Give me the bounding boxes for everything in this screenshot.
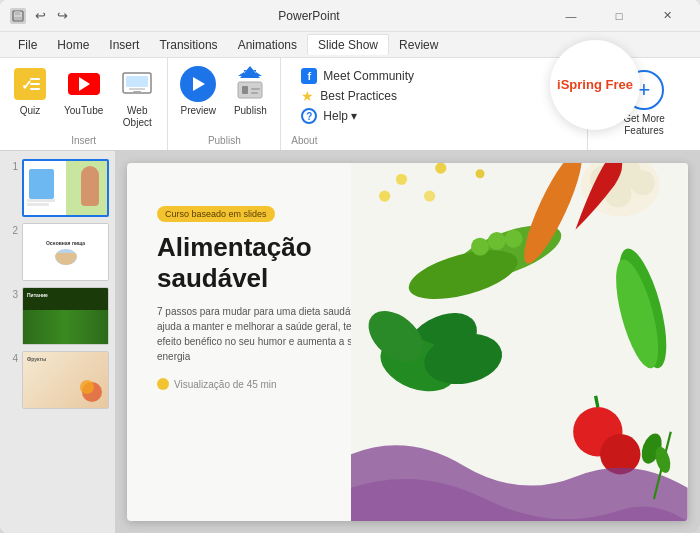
insert-section-content: ✓ Quiz bbox=[6, 62, 161, 133]
svg-marker-17 bbox=[240, 66, 260, 78]
star-icon: ★ bbox=[301, 88, 314, 104]
slide-canvas[interactable]: Curso baseado em slides Alimentação saud… bbox=[127, 163, 688, 521]
webobject-icon bbox=[119, 66, 155, 102]
slide-mini-4: Фрукты bbox=[23, 352, 108, 408]
slide-badge: Curso baseado em slides bbox=[157, 206, 275, 222]
publish-section-label: Publish bbox=[174, 133, 274, 150]
mini-person-icon bbox=[81, 166, 99, 206]
menu-slideshow[interactable]: Slide Show bbox=[307, 34, 389, 55]
insert-section: ✓ Quiz bbox=[0, 58, 168, 150]
main-content: 1 2 bbox=[0, 151, 700, 533]
minimize-button[interactable]: — bbox=[548, 0, 594, 32]
slide-mini-3: Питание bbox=[23, 288, 108, 344]
slide-num-1: 1 bbox=[6, 161, 18, 172]
youtube-icon bbox=[66, 66, 102, 102]
slide-thumb-3[interactable]: 3 Питание bbox=[6, 287, 109, 345]
svg-rect-7 bbox=[30, 88, 40, 90]
publish-label: Publish bbox=[234, 105, 267, 117]
menu-insert[interactable]: Insert bbox=[99, 35, 149, 55]
publish-icon bbox=[232, 66, 268, 102]
insert-section-label: Insert bbox=[6, 133, 161, 150]
vegetables-illustration bbox=[351, 163, 688, 521]
webobject-label: WebObject bbox=[123, 105, 152, 129]
quiz-button[interactable]: ✓ Quiz bbox=[6, 62, 54, 121]
svg-rect-5 bbox=[30, 78, 40, 80]
svg-rect-1 bbox=[15, 11, 20, 15]
menu-animations[interactable]: Animations bbox=[228, 35, 307, 55]
best-practices-button[interactable]: ★ Best Practices bbox=[295, 86, 573, 106]
slide-panel: 1 2 bbox=[0, 151, 115, 533]
svg-point-20 bbox=[436, 163, 447, 174]
mini-book-icon bbox=[29, 169, 54, 199]
slide-img-2[interactable]: Основная пища bbox=[22, 223, 109, 281]
slide-num-2: 2 bbox=[6, 225, 18, 236]
svg-point-23 bbox=[379, 191, 390, 202]
slide-thumb-1[interactable]: 1 bbox=[6, 159, 109, 217]
quiz-icon: ✓ bbox=[12, 66, 48, 102]
about-section: f Meet Community ★ Best Practices ? Help… bbox=[285, 62, 583, 133]
publish-section: Preview Publish bbox=[168, 58, 281, 150]
menu-home[interactable]: Home bbox=[47, 35, 99, 55]
app-window: ↩ ↪ PowerPoint — □ ✕ File Home Insert Tr… bbox=[0, 0, 700, 533]
svg-point-24 bbox=[476, 169, 485, 178]
svg-point-21 bbox=[396, 174, 407, 185]
preview-icon bbox=[180, 66, 216, 102]
help-icon: ? bbox=[301, 108, 317, 124]
publish-section-content: Preview Publish bbox=[174, 62, 274, 133]
slide-mini-1 bbox=[24, 161, 107, 215]
slide-num-3: 3 bbox=[6, 289, 18, 300]
window-title: PowerPoint bbox=[70, 9, 548, 23]
slide-num-4: 4 bbox=[6, 353, 18, 364]
svg-point-30 bbox=[505, 230, 523, 248]
svg-rect-6 bbox=[30, 83, 40, 85]
best-practices-label: Best Practices bbox=[320, 89, 397, 103]
publish-button[interactable]: Publish bbox=[226, 62, 274, 121]
redo-icon[interactable]: ↪ bbox=[54, 8, 70, 24]
slide-thumb-4[interactable]: 4 Фрукты bbox=[6, 351, 109, 409]
close-button[interactable]: ✕ bbox=[644, 0, 690, 32]
svg-rect-2 bbox=[14, 17, 22, 20]
ispring-badge[interactable]: iSpring Free bbox=[550, 40, 640, 130]
svg-rect-9 bbox=[126, 76, 148, 87]
svg-marker-12 bbox=[193, 77, 205, 91]
svg-line-40 bbox=[596, 396, 598, 407]
youtube-button[interactable]: YouTube bbox=[58, 62, 109, 121]
title-bar: ↩ ↪ PowerPoint — □ ✕ bbox=[0, 0, 700, 32]
maximize-button[interactable]: □ bbox=[596, 0, 642, 32]
svg-point-46 bbox=[631, 170, 656, 195]
preview-label: Preview bbox=[181, 105, 217, 117]
help-button[interactable]: ? Help ▾ bbox=[295, 106, 573, 126]
svg-rect-14 bbox=[242, 86, 248, 94]
preview-button[interactable]: Preview bbox=[174, 62, 222, 121]
ispring-label: iSpring Free bbox=[557, 77, 633, 93]
title-bar-controls: ↩ ↪ bbox=[10, 8, 70, 24]
svg-point-28 bbox=[471, 238, 489, 256]
svg-rect-11 bbox=[133, 91, 141, 93]
window-buttons: — □ ✕ bbox=[548, 0, 690, 32]
quiz-label: Quiz bbox=[20, 105, 41, 117]
facebook-icon: f bbox=[301, 68, 317, 84]
help-label: Help ▾ bbox=[323, 109, 357, 123]
slide-img-4[interactable]: Фрукты bbox=[22, 351, 109, 409]
slide-thumb-2[interactable]: 2 Основная пища bbox=[6, 223, 109, 281]
svg-rect-15 bbox=[251, 88, 260, 90]
main-slide-area: Curso baseado em slides Alimentação saud… bbox=[115, 151, 700, 533]
slide-img-1[interactable] bbox=[22, 159, 109, 217]
slide-time-label: Visualização de 45 min bbox=[174, 379, 277, 390]
menu-review[interactable]: Review bbox=[389, 35, 448, 55]
ribbon: ✓ Quiz bbox=[0, 58, 700, 151]
slide-img-3[interactable]: Питание bbox=[22, 287, 109, 345]
tb-save-icon[interactable] bbox=[10, 8, 26, 24]
time-dot-icon bbox=[157, 378, 169, 390]
yt-play-icon bbox=[79, 77, 90, 91]
menu-file[interactable]: File bbox=[8, 35, 47, 55]
about-section-label: About bbox=[285, 133, 583, 150]
youtube-label: YouTube bbox=[64, 105, 103, 117]
meet-community-button[interactable]: f Meet Community bbox=[295, 66, 573, 86]
webobject-button[interactable]: WebObject bbox=[113, 62, 161, 133]
svg-rect-16 bbox=[251, 92, 258, 94]
menu-transitions[interactable]: Transitions bbox=[149, 35, 227, 55]
svg-point-29 bbox=[488, 232, 506, 250]
svg-point-25 bbox=[424, 191, 435, 202]
undo-icon[interactable]: ↩ bbox=[32, 8, 48, 24]
